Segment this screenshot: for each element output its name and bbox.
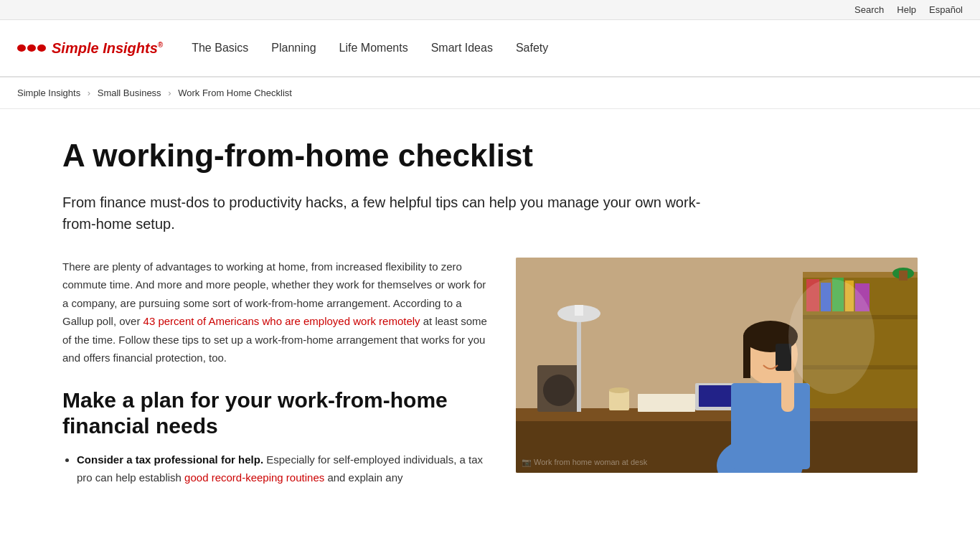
- help-link[interactable]: Help: [897, 4, 916, 15]
- bullet-item-tax: Consider a tax professional for help. Es…: [77, 451, 487, 487]
- svg-rect-24: [743, 335, 750, 378]
- article-hero-image: [516, 258, 918, 473]
- breadcrumb-current: Work From Home Checklist: [178, 88, 292, 98]
- breadcrumb-sep-2: ›: [168, 88, 171, 98]
- breadcrumb-simple-insights[interactable]: Simple Insights: [17, 88, 80, 98]
- scene-svg: [516, 258, 918, 473]
- svg-point-17: [609, 387, 629, 393]
- svg-rect-6: [821, 283, 831, 311]
- logo-icon: [17, 44, 46, 52]
- breadcrumb-sep-1: ›: [88, 88, 90, 98]
- nav-link-safety[interactable]: Safety: [516, 42, 548, 54]
- svg-rect-7: [832, 278, 844, 311]
- section-title-financial: Make a plan for your work-from-home fina…: [62, 387, 487, 439]
- nav-link-life-moments[interactable]: Life Moments: [339, 42, 408, 54]
- nav-link-the-basics[interactable]: The Basics: [192, 42, 248, 54]
- logo-trademark: ®: [158, 41, 163, 49]
- article-text-column: There are plenty of advantages to workin…: [62, 258, 487, 493]
- content-wrapper: A working-from-home checklist From finan…: [45, 109, 935, 522]
- nav-item-the-basics[interactable]: The Basics: [192, 42, 248, 55]
- svg-rect-18: [638, 394, 695, 412]
- bullet-strong: Consider a tax professional for help.: [77, 453, 263, 466]
- bullet-text-2: and explain any: [324, 471, 402, 484]
- svg-rect-30: [575, 305, 583, 316]
- remote-work-link[interactable]: 43 percent of Americans who are employed…: [143, 315, 420, 327]
- nav-link-planning[interactable]: Planning: [271, 42, 316, 54]
- nav-links: The Basics Planning Life Moments Smart I…: [192, 42, 548, 55]
- svg-point-23: [743, 321, 798, 352]
- svg-rect-3: [803, 315, 918, 319]
- svg-rect-13: [516, 421, 918, 473]
- svg-rect-8: [845, 281, 854, 311]
- svg-rect-27: [776, 344, 791, 371]
- article-layout: There are plenty of advantages to workin…: [62, 258, 918, 493]
- svg-point-15: [543, 375, 575, 406]
- nav-link-smart-ideas[interactable]: Smart Ideas: [431, 42, 493, 54]
- svg-rect-26: [781, 369, 794, 412]
- article-image-column: [516, 258, 918, 473]
- svg-rect-16: [609, 390, 629, 410]
- breadcrumb-small-business[interactable]: Small Business: [98, 88, 161, 98]
- utility-bar: Search Help Español: [0, 0, 980, 20]
- svg-rect-4: [803, 365, 918, 369]
- language-link[interactable]: Español: [929, 4, 963, 15]
- logo-area[interactable]: Simple Insights®: [17, 40, 163, 57]
- search-link[interactable]: Search: [854, 4, 884, 15]
- svg-rect-28: [577, 315, 581, 412]
- record-keeping-link[interactable]: good record-keeping routines: [184, 471, 324, 484]
- svg-rect-11: [899, 270, 908, 281]
- nav-item-safety[interactable]: Safety: [516, 42, 548, 55]
- nav-item-smart-ideas[interactable]: Smart Ideas: [431, 42, 493, 55]
- main-nav: Simple Insights® The Basics Planning Lif…: [0, 20, 980, 77]
- svg-rect-9: [855, 283, 870, 311]
- logo-insights-word: Insights: [103, 40, 158, 56]
- bullet-list: Consider a tax professional for help. Es…: [62, 451, 487, 487]
- nav-item-planning[interactable]: Planning: [271, 42, 316, 55]
- logo-text: Simple Insights®: [52, 40, 163, 57]
- article-subtitle: From finance must-dos to productivity ha…: [62, 192, 708, 235]
- breadcrumb: Simple Insights › Small Business › Work …: [0, 77, 980, 109]
- article-body-paragraph: There are plenty of advantages to workin…: [62, 258, 487, 367]
- svg-rect-5: [806, 279, 819, 311]
- page-title: A working-from-home checklist: [62, 138, 918, 174]
- nav-item-life-moments[interactable]: Life Moments: [339, 42, 408, 55]
- svg-rect-25: [731, 383, 810, 469]
